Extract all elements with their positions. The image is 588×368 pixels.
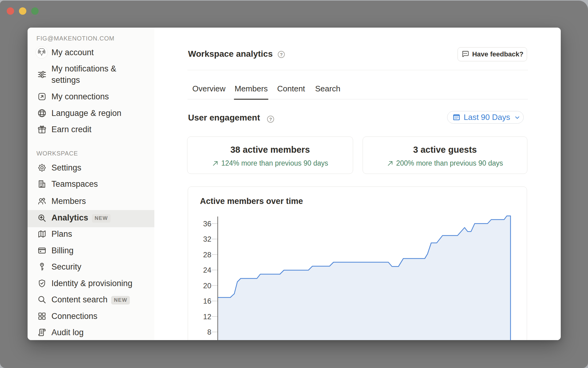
svg-text:36: 36 xyxy=(203,220,211,228)
svg-text:20: 20 xyxy=(203,282,211,290)
svg-text:24: 24 xyxy=(203,266,211,274)
svg-text:16: 16 xyxy=(203,297,211,305)
svg-text:32: 32 xyxy=(203,235,211,243)
svg-text:28: 28 xyxy=(203,251,211,259)
svg-text:12: 12 xyxy=(203,312,211,321)
svg-text:8: 8 xyxy=(207,328,211,336)
